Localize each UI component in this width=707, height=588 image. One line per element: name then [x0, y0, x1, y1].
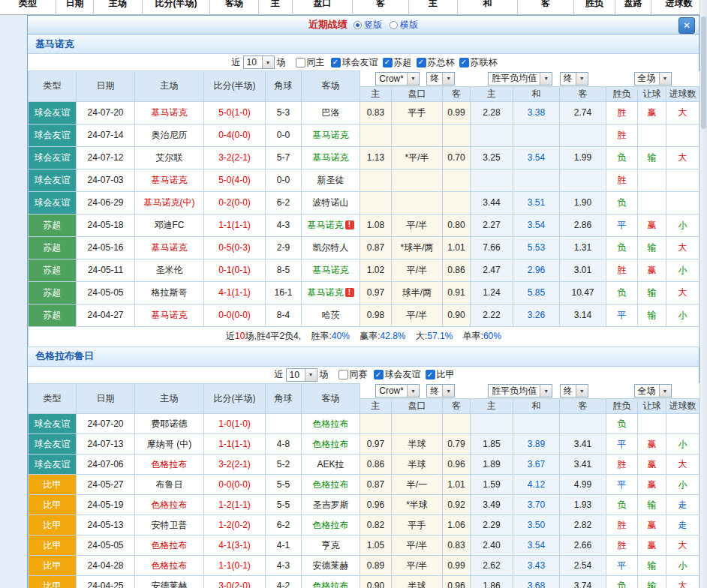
close-button[interactable]: ✕ [678, 17, 695, 34]
corners-cell: 8-4 [266, 304, 302, 326]
home-team-link[interactable]: 基马诺克 [152, 310, 188, 320]
home-team-link[interactable]: 基马诺克 [152, 175, 188, 185]
alert-icon[interactable]: ! [345, 288, 354, 297]
euro-home-odds: 2.40 [471, 536, 513, 556]
league-filter-checkbox[interactable]: 球会友谊 [374, 368, 421, 381]
home-team-link[interactable]: 色格拉布 [152, 540, 188, 550]
same-filter-checkbox[interactable]: 同主 [296, 56, 325, 69]
handicap-result: 赢 [638, 101, 666, 124]
radio-icon[interactable] [354, 21, 362, 29]
bookmaker-select[interactable]: Crow*▼ [375, 384, 420, 398]
away-team-link[interactable]: 色格拉布 [313, 479, 349, 490]
away-team-link[interactable]: 凯尔特人 [313, 242, 349, 253]
league-filter-checkbox[interactable]: 比甲 [426, 368, 455, 381]
europe-period-select[interactable]: 终▼ [560, 384, 588, 398]
corners-cell [266, 414, 302, 434]
checkbox-icon[interactable] [383, 58, 393, 68]
recent-count-select[interactable]: 10 ▼ [243, 56, 275, 69]
home-team-link[interactable]: 费耶诺德 [152, 418, 188, 429]
view-mode-radio[interactable]: 横版 [390, 19, 418, 32]
checkbox-icon[interactable] [374, 370, 384, 380]
date-cell: 24-06-29 [77, 191, 135, 214]
home-team-link[interactable]: 布鲁日 [156, 479, 183, 490]
match-row: 苏超 24-05-11 圣米伦 0-1(0-1) 8-5 基马诺克 1.02 平… [29, 259, 699, 281]
away-team-link[interactable]: 基马诺克 [313, 265, 349, 275]
vertical-scrollbar[interactable] [699, 0, 707, 588]
scope-select[interactable]: 全场▼ [634, 72, 672, 86]
away-team-link[interactable]: 色格拉布 [313, 418, 349, 429]
league-filter-checkbox[interactable]: 球会友谊 [331, 56, 378, 69]
home-team-link[interactable]: 艾尔联 [156, 152, 183, 163]
home-team-link[interactable]: 格拉斯哥 [152, 287, 188, 298]
home-team-link[interactable]: 摩纳哥 (中) [147, 439, 191, 449]
over-under-result: 大 [666, 146, 699, 169]
league-filter-checkbox[interactable]: 苏超 [383, 56, 412, 69]
away-team-link[interactable]: 波特诺山 [313, 197, 349, 208]
col-header-away: 客场 [302, 71, 360, 102]
away-team-link[interactable]: 基马诺克 [308, 287, 344, 298]
home-team-link[interactable]: 圣米伦 [156, 265, 183, 275]
home-team-link[interactable]: 基马诺克 [152, 242, 188, 253]
col-header-home: 主场 [135, 383, 204, 414]
recent-count-select[interactable]: 10 ▼ [286, 368, 317, 382]
home-team-link[interactable]: 色格拉布 [152, 560, 188, 571]
over-under-result: 大 [666, 236, 699, 259]
over-under-result: 大 [666, 576, 699, 588]
away-team-link[interactable]: 巴洛 [322, 107, 340, 118]
recent-results-modal: 近期战绩 竖版横版 ✕ 基马诺克 近 10 ▼ 场 同主 球会友谊 苏超 苏总杯… [27, 15, 699, 588]
away-team-link[interactable]: 色格拉布 [313, 439, 349, 449]
alert-icon[interactable]: ! [345, 220, 354, 230]
away-team-link[interactable]: 基马诺克 [313, 130, 349, 140]
corners-cell: 0-0 [266, 124, 302, 146]
asia-home-odds: 1.02 [360, 259, 392, 281]
checkbox-icon[interactable] [417, 58, 426, 68]
view-mode-radio[interactable]: 竖版 [354, 19, 382, 32]
away-team-link[interactable]: 圣吉罗斯 [313, 500, 349, 510]
europe-source-select[interactable]: 胜平负均值▼ [488, 72, 552, 86]
home-team-link[interactable]: 基马诺克(中) [144, 197, 195, 208]
col-header-type: 类型 [29, 383, 77, 414]
same-filter-checkbox[interactable]: 同赛 [338, 368, 368, 381]
modal-titlebar: 近期战绩 竖版横版 ✕ [28, 16, 699, 34]
away-team-link[interactable]: 基马诺克 [308, 220, 344, 230]
asia-handicap-line [392, 414, 443, 434]
europe-period-select[interactable]: 终▼ [560, 72, 588, 86]
league-cell: 球会友谊 [29, 414, 77, 434]
away-team-link[interactable]: 色格拉布 [313, 580, 349, 588]
home-team-link[interactable]: 色格拉布 [152, 500, 188, 510]
away-team-link[interactable]: 新圣徒 [317, 175, 344, 185]
away-team-link[interactable]: 基马诺克 [313, 152, 349, 163]
home-team-link[interactable]: 安德莱赫 [152, 580, 188, 588]
checkbox-icon[interactable] [331, 58, 341, 68]
asia-period-select[interactable]: 终▼ [426, 72, 455, 86]
score-cell: 1-1(0-1) [204, 556, 266, 576]
bookmaker-select[interactable]: Crow*▼ [375, 72, 420, 86]
league-filter-checkbox[interactable]: 苏总杯 [417, 56, 455, 69]
checkbox-icon[interactable] [426, 370, 435, 380]
away-team-link[interactable]: 亨克 [322, 540, 340, 550]
scope-select[interactable]: 全场▼ [634, 384, 672, 398]
scrollbar-thumb[interactable] [701, 16, 706, 129]
home-team-link[interactable]: 基马诺克 [152, 107, 188, 118]
radio-icon[interactable] [390, 21, 398, 29]
match-row: 比甲 24-04-25 安德莱赫 3-0(2-0) 4-2 色格拉布 0.90 … [29, 576, 699, 588]
match-row: 球会友谊 24-07-13 摩纳哥 (中) 1-1(1-1) 4-8 色格拉布 … [29, 434, 699, 454]
away-team-cell: 新圣徒 [302, 169, 360, 191]
away-team-link[interactable]: 色格拉布 [313, 520, 349, 530]
europe-source-select[interactable]: 胜平负均值▼ [488, 384, 552, 398]
away-team-link[interactable]: 哈茨 [322, 310, 340, 320]
same-checkbox-icon[interactable] [338, 370, 348, 380]
euro-away-odds: 2.86 [560, 214, 606, 236]
home-team-link[interactable]: 安特卫普 [152, 520, 188, 530]
over-under-result: 大 [666, 101, 699, 124]
home-team-link[interactable]: 色格拉布 [152, 459, 188, 470]
checkbox-icon[interactable] [459, 58, 469, 68]
away-team-link[interactable]: AEK拉 [317, 459, 344, 470]
radio-label: 横版 [400, 19, 418, 32]
league-filter-checkbox[interactable]: 苏联杯 [459, 56, 498, 69]
same-checkbox-icon[interactable] [296, 58, 305, 68]
away-team-link[interactable]: 安德莱赫 [313, 560, 349, 571]
home-team-link[interactable]: 邓迪FC [155, 220, 185, 230]
asia-period-select[interactable]: 终▼ [426, 384, 455, 398]
home-team-link[interactable]: 奥治尼历 [152, 130, 188, 140]
